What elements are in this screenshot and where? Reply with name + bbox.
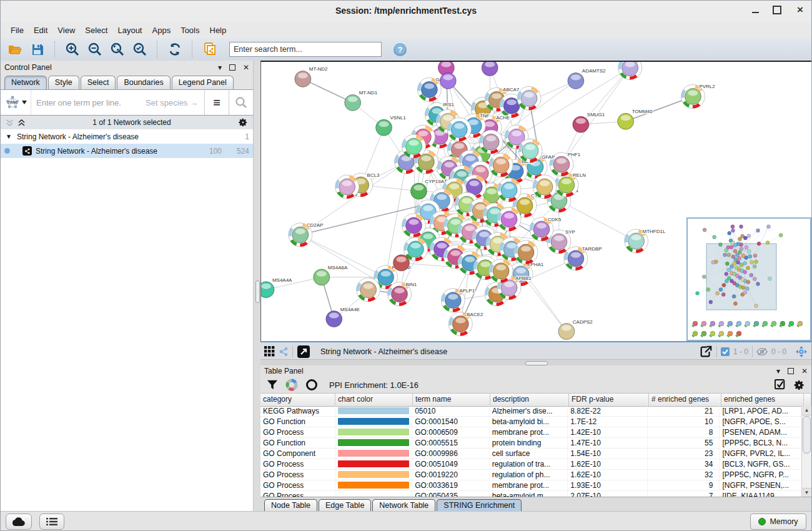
tab-string-enrichment[interactable]: STRING Enrichment [437, 499, 522, 512]
save-session-icon[interactable] [28, 41, 47, 58]
network-node[interactable]: MT-ND2 [295, 66, 328, 87]
network-node[interactable] [533, 175, 557, 199]
network-node[interactable] [482, 62, 498, 76]
zoom-fit-icon[interactable] [108, 41, 127, 58]
menu-view[interactable]: View [52, 24, 80, 37]
network-node[interactable] [440, 72, 456, 89]
tab-network-table[interactable]: Network Table [372, 499, 435, 512]
network-node[interactable] [489, 153, 513, 177]
network-node[interactable] [447, 117, 471, 141]
minimize-button[interactable] [752, 7, 759, 13]
column-header-category[interactable]: category [260, 394, 335, 406]
tab-style[interactable]: Style [48, 76, 79, 89]
network-node[interactable]: MS4A6A [314, 265, 348, 285]
string-query-input[interactable] [31, 98, 204, 107]
filter-icon[interactable] [267, 379, 278, 390]
network-node[interactable]: BACE2 [448, 312, 483, 336]
network-node[interactable]: MT-ND1 [345, 90, 378, 111]
cloud-tasks-button[interactable] [6, 514, 32, 530]
table-row[interactable]: GO ProcessGO:0019220regulation of ph...1… [260, 470, 802, 480]
column-header-term-name[interactable]: term name [413, 394, 490, 406]
detach-view-icon[interactable] [297, 345, 310, 359]
network-canvas[interactable]: MT-ND2MT-ND1VSNL1CD2APMS4A4AMS4A6AMS4A4E… [260, 61, 811, 341]
table-panel-collapse-icon[interactable]: ▾ [776, 367, 780, 375]
tab-network[interactable]: Network [4, 76, 47, 89]
network-node[interactable] [517, 86, 541, 110]
table-settings-gear-icon[interactable] [793, 379, 805, 391]
tree-expander-icon[interactable]: ▼ [4, 133, 13, 140]
menu-edit[interactable]: Edit [29, 24, 52, 37]
select-terms-checkbox-icon[interactable] [775, 379, 786, 390]
menu-apps[interactable]: Apps [147, 24, 176, 37]
search-input[interactable] [229, 42, 382, 57]
refresh-icon[interactable] [166, 41, 184, 58]
scroll-up-icon[interactable]: ▲ [802, 406, 811, 415]
column-header-FDR-p-value[interactable]: FDR p-value [569, 394, 649, 406]
tab-node-table[interactable]: Node Table [264, 499, 317, 512]
string-protein-query-dropdown[interactable]: STRING [1, 90, 31, 115]
network-collection-row[interactable]: ▼ String Network - Alzheimer's disease 1 [1, 129, 253, 144]
export-network-icon[interactable] [699, 345, 713, 359]
clone-network-icon[interactable] [201, 41, 219, 58]
network-node[interactable]: TARDBP [564, 246, 602, 270]
menu-layout[interactable]: Layout [112, 24, 147, 37]
open-session-icon[interactable] [6, 41, 24, 58]
hidden-eye-icon[interactable] [756, 347, 768, 356]
scroll-down-icon[interactable]: ▼ [802, 488, 811, 497]
network-node[interactable]: CD2AP [289, 222, 324, 247]
network-node[interactable] [357, 278, 380, 302]
column-header-enriched-genes[interactable]: enriched genes [721, 394, 804, 406]
share-view-icon[interactable] [279, 347, 289, 357]
string-search-icon[interactable] [229, 90, 253, 115]
table-row[interactable]: GO FunctionGO:0001540beta-amyloid bi...1… [260, 417, 802, 427]
table-row[interactable]: GO ProcessGO:0006509membrane prot...1.42… [260, 427, 802, 438]
zoom-in-icon[interactable] [63, 41, 82, 58]
menu-file[interactable]: File [6, 24, 29, 37]
network-node[interactable]: TOMM40 [618, 109, 653, 129]
task-history-button[interactable] [39, 514, 64, 530]
memory-button[interactable]: Memory [750, 514, 806, 530]
network-node[interactable]: VSNL1 [376, 115, 407, 136]
maximize-button[interactable] [773, 6, 781, 14]
network-node[interactable] [497, 178, 521, 202]
network-node[interactable]: PVRL2 [681, 84, 715, 108]
network-node[interactable] [402, 214, 425, 237]
menu-help[interactable]: Help [205, 24, 232, 37]
network-node[interactable] [479, 130, 503, 154]
close-button[interactable]: × [795, 5, 805, 15]
menu-select[interactable]: Select [80, 24, 112, 37]
navigator-compass-icon[interactable] [795, 345, 808, 358]
ring-chart-icon[interactable] [305, 379, 318, 391]
expand-all-icon[interactable] [17, 119, 26, 126]
table-row[interactable]: GO ProcessGO:0051049regulation of tra...… [260, 459, 802, 470]
string-options-menu-icon[interactable]: ≡ [204, 90, 229, 115]
panel-float-icon[interactable] [229, 64, 235, 71]
table-row[interactable]: GO FunctionGO:0005515protein binding1.47… [260, 438, 802, 449]
network-node[interactable] [394, 255, 410, 271]
scrollbar-thumb[interactable] [803, 416, 811, 454]
tab-boundaries[interactable]: Boundaries [117, 76, 170, 89]
table-panel-close-icon[interactable]: ✕ [801, 367, 808, 375]
network-options-gear-icon[interactable] [238, 117, 248, 127]
enrichment-chart-icon[interactable] [285, 379, 298, 391]
table-row[interactable]: GO ComponentGO:0009986cell surface1.54E-… [260, 449, 802, 459]
tab-edge-table[interactable]: Edge Table [319, 499, 371, 512]
grid-view-icon[interactable] [264, 346, 275, 357]
help-icon[interactable]: ? [390, 41, 409, 58]
network-node[interactable]: CADPS2 [558, 319, 593, 340]
network-row[interactable]: String Network - Alzheimer's disease 100… [1, 144, 253, 158]
birds-eye-view[interactable] [686, 217, 811, 341]
column-header-chart-color[interactable]: chart color [335, 394, 413, 406]
column-header--enriched-genes[interactable]: # enriched genes [649, 394, 721, 406]
tab-legend-panel[interactable]: Legend Panel [172, 76, 234, 89]
panel-close-icon[interactable]: ✕ [243, 63, 249, 72]
network-node[interactable]: APLP1 [441, 288, 475, 312]
zoom-selected-icon[interactable] [131, 41, 149, 58]
network-node[interactable]: BIN1 [388, 282, 417, 306]
network-node[interactable]: MTHFD1L [625, 229, 666, 253]
panel-collapse-icon[interactable]: ▾ [218, 63, 222, 72]
table-panel-float-icon[interactable] [788, 368, 794, 374]
network-node[interactable] [402, 134, 425, 158]
zoom-out-icon[interactable] [86, 41, 104, 58]
selected-nodes-checkbox-icon[interactable] [721, 347, 730, 356]
